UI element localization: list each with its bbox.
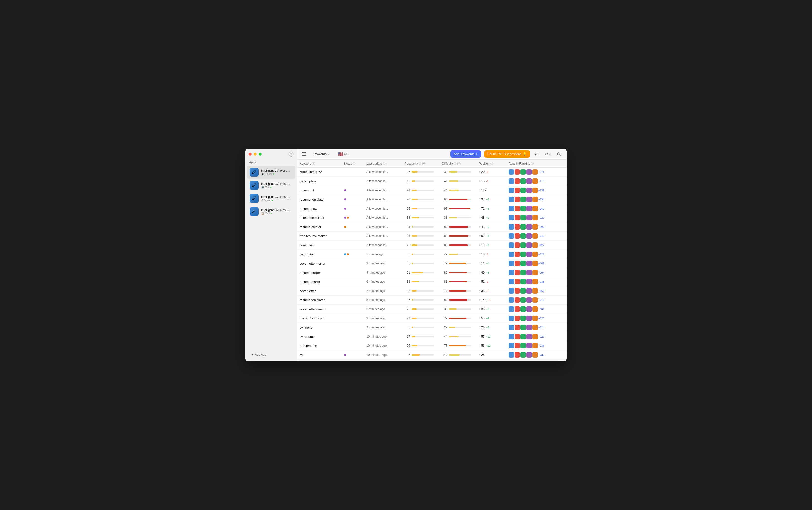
time-cell: A few seconds... <box>364 177 402 186</box>
diff-bar-fill <box>449 263 466 264</box>
rank-app-icon <box>532 343 538 349</box>
position-cell: # 11 -1 <box>476 360 506 361</box>
rank-app-icon <box>526 343 532 349</box>
col-last-update[interactable]: Last update ⓘ ↓ <box>364 160 402 168</box>
difficulty-cell: 39 <box>439 168 476 177</box>
diff-bar-fill <box>449 290 466 292</box>
rank-app-icon <box>526 270 532 275</box>
difficulty-cell: 88 <box>439 222 476 232</box>
sidebar-item-app-0[interactable]: 🖊 Intelligent CV: Resume Bui... 📱 iPhone <box>247 166 295 179</box>
rank-more: +239 <box>538 189 545 192</box>
maximize-button[interactable] <box>259 153 262 156</box>
add-app-button[interactable]: + Add App <box>248 351 294 358</box>
popularity-info-icon: ⓘ <box>418 161 421 165</box>
difficulty-cell: 88 <box>439 232 476 241</box>
table-row: cv resume 10 minutes ago 17 44 # <box>297 332 567 341</box>
popularity-cell: 27 <box>402 195 439 204</box>
popularity-cell: 5 <box>402 360 439 361</box>
rank-app-icon <box>509 279 514 284</box>
diff-bar-fill <box>449 272 467 273</box>
sidebar-item-app-2[interactable]: 🖊 Intelligent CV: Resume Bui... 👁 Vision <box>247 192 295 205</box>
diff-value: 77 <box>442 262 447 265</box>
rank-app-icon <box>520 242 526 248</box>
keywords-table-container[interactable]: Keyword ⓘ Notes ⓘ Last u <box>297 160 567 361</box>
rank-app-icon <box>515 279 520 284</box>
pos-num: 122 <box>481 188 486 192</box>
suggestions-button[interactable]: Found 297 Suggestions 💡 <box>484 150 530 158</box>
col-apps-ranking[interactable]: Apps in Ranking ⓘ <box>506 160 567 168</box>
rank-app-icon <box>526 178 532 184</box>
rank-app-icon <box>526 325 532 330</box>
pop-bar-fill <box>412 244 417 246</box>
svg-line-4 <box>559 155 560 156</box>
sidebar-toggle-button[interactable] <box>301 151 307 157</box>
close-button[interactable] <box>249 153 252 156</box>
sidebar-item-app-3[interactable]: 🖊 Intelligent CV: Resume Bui... 📋 iPad <box>247 205 295 218</box>
diff-bar <box>449 345 471 347</box>
diff-bar <box>449 327 471 328</box>
pos-change: -1 <box>485 253 489 256</box>
col-popularity[interactable]: Popularity ⓘ <box>402 160 439 168</box>
difficulty-cell: 83 <box>439 296 476 305</box>
search-button[interactable] <box>555 150 563 158</box>
apps-ranking-cell: +204 <box>506 268 567 277</box>
sidebar-item-app-1[interactable]: 🖊 Intelligent CV: Resume Bui... 💻 Mac <box>247 179 295 192</box>
rank-app-icon <box>515 352 520 358</box>
apps-ranking-cell: +235 <box>506 277 567 287</box>
pos-change: -2 <box>487 299 491 302</box>
notes-cell <box>342 241 364 250</box>
popularity-cell: 37 <box>402 350 439 360</box>
add-keywords-button[interactable]: Add Keywords + <box>450 150 481 158</box>
notes-cell <box>342 204 364 213</box>
rank-app-icon <box>532 224 538 230</box>
keywords-table: Keyword ⓘ Notes ⓘ Last u <box>297 160 567 361</box>
difficulty-icon <box>457 162 461 165</box>
pop-bar <box>412 189 434 191</box>
rank-app-icon <box>509 197 514 202</box>
rank-app-icon <box>509 306 514 312</box>
pop-bar-fill <box>412 336 415 337</box>
smiley-button[interactable]: ☺ <box>544 150 552 158</box>
note-dot <box>344 354 346 356</box>
time-cell: A few seconds... <box>364 241 402 250</box>
pop-value: 25 <box>405 207 410 210</box>
rank-app-icon <box>509 297 514 303</box>
col-notes[interactable]: Notes ⓘ <box>342 160 364 168</box>
country-selector[interactable]: 🇺🇸 US <box>336 151 351 157</box>
help-button[interactable]: ? <box>289 152 293 157</box>
difficulty-cell: 77 <box>439 259 476 268</box>
pop-bar-fill <box>412 308 417 310</box>
apps-ranking-cell: +240 <box>506 232 567 241</box>
popularity-cell: 6 <box>402 222 439 232</box>
apps-ranking-cell: +162 <box>506 287 567 296</box>
app-platform-0: 📱 iPhone <box>261 173 292 175</box>
col-difficulty[interactable]: Difficulty ⓘ <box>439 160 476 168</box>
platform-dot-1 <box>270 186 271 188</box>
rank-app-icon <box>515 270 520 275</box>
popularity-cell: 22 <box>402 305 439 314</box>
diff-value: 44 <box>442 188 447 192</box>
minimize-button[interactable] <box>254 153 257 156</box>
pop-value: 22 <box>405 307 410 311</box>
keywords-selector[interactable]: Keywords <box>310 151 332 157</box>
col-position[interactable]: Position ⓘ <box>476 160 506 168</box>
rank-app-icon <box>526 279 532 284</box>
rank-app-icon <box>520 325 526 330</box>
diff-bar-fill <box>449 354 460 356</box>
tag-button[interactable]: 🏷 <box>533 150 541 158</box>
pop-bar-fill <box>412 272 423 273</box>
pos-num: 18 <box>481 252 485 256</box>
col-keyword[interactable]: Keyword ⓘ <box>297 160 342 168</box>
difficulty-cell: 85 <box>439 241 476 250</box>
position-cell: # 56 +12 <box>476 341 506 350</box>
difficulty-cell: 79 <box>439 287 476 296</box>
rank-app-icon <box>520 343 526 349</box>
sort-icon: ↓ <box>386 162 387 165</box>
difficulty-cell: 39 <box>439 360 476 361</box>
pop-bar <box>412 263 434 264</box>
keyword-cell: cv creator <box>297 250 342 259</box>
keyword-cell: cv & resume creator <box>297 360 342 361</box>
position-cell: # 16 -1 <box>476 177 506 186</box>
pop-bar-fill <box>412 180 415 182</box>
rank-more: +169 <box>538 262 545 265</box>
